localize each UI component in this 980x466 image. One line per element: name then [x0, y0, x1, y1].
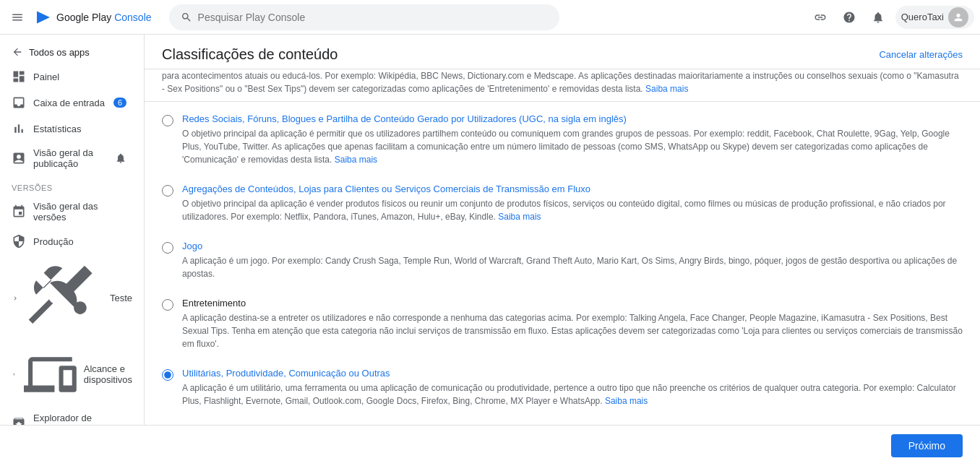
- back-to-all-apps[interactable]: Todos os apps: [0, 40, 144, 64]
- inbox-badge: 6: [113, 98, 126, 108]
- test-icon: [26, 260, 103, 337]
- topbar-title: Google Play Console: [56, 12, 152, 23]
- radio-item-jogo: Jogo A aplicação é um jogo. Por exemplo:…: [162, 241, 963, 280]
- app-logo: Google Play Console: [35, 9, 152, 26]
- radio-label-jogo: Jogo: [182, 241, 963, 251]
- expand-icon-teste: [12, 293, 19, 304]
- versions-icon: [12, 204, 26, 219]
- agregacoes-saiba-mais-link[interactable]: Saiba mais: [498, 212, 541, 222]
- publication-icon: [12, 151, 26, 165]
- sidebar-alcance-label: Alcance e dispositivos: [84, 363, 132, 385]
- radio-item-utilitarias: Utilitárias, Produtividade, Comunicação …: [162, 368, 963, 407]
- avatar: [948, 7, 968, 27]
- sidebar-item-painel[interactable]: Painel: [0, 64, 138, 90]
- next-button[interactable]: Próximo: [891, 434, 963, 457]
- sidebar-puboverview-label: Visão geral da publicação: [33, 147, 108, 169]
- radio-label-redes: Redes Sociais, Fóruns, Blogues e Partilh…: [182, 113, 963, 124]
- sidebar-producao-label: Produção: [33, 236, 74, 247]
- radio-wrap-redes[interactable]: [162, 113, 173, 166]
- sidebar-versoes-label: Visão geral das versões: [33, 201, 126, 223]
- radio-label-entretenimento: Entretenimento: [182, 298, 963, 308]
- radio-label-wrap-utilitarias: Utilitárias, Produtividade, Comunicação …: [182, 368, 963, 407]
- dashboard-icon: [12, 69, 26, 84]
- truncated-text: para acontecimentos atuais ou educá-los.…: [162, 71, 959, 94]
- utilitarias-saiba-mais-link[interactable]: Saiba mais: [605, 396, 648, 406]
- topbar-actions: QueroTaxi: [809, 6, 974, 29]
- radio-desc-entretenimento: A aplicação destina-se a entreter os uti…: [182, 311, 963, 350]
- back-label: Todos os apps: [29, 47, 90, 58]
- radio-wrap-jogo[interactable]: [162, 241, 173, 280]
- radio-redes-sociais[interactable]: [162, 115, 173, 126]
- sidebar-item-explorador[interactable]: Explorador de pacotes de apps: [0, 407, 138, 425]
- radio-item-redes-sociais: Redes Sociais, Fóruns, Blogues e Partilh…: [162, 113, 963, 166]
- radio-desc-redes: O objetivo principal da aplicação é perm…: [182, 127, 963, 166]
- user-chip[interactable]: QueroTaxi: [895, 6, 974, 29]
- expand-icon-alcance: [12, 368, 17, 380]
- radio-entretenimento[interactable]: [162, 299, 173, 311]
- sidebar-teste-label: Teste: [110, 293, 132, 303]
- inbox-icon: [12, 95, 26, 110]
- sidebar-explorador-label: Explorador de pacotes de apps: [33, 413, 126, 425]
- sidebar-item-visao-publicacao[interactable]: Visão geral da publicação: [0, 142, 138, 175]
- notifications-icon[interactable]: [867, 6, 890, 29]
- link-icon[interactable]: [809, 6, 832, 29]
- sidebar-item-teste[interactable]: Teste: [0, 254, 144, 342]
- radio-item-agregacoes: Agregações de Conteúdos, Lojas para Clie…: [162, 184, 963, 223]
- sidebar-stats-label: Estatísticas: [33, 124, 81, 134]
- sidebar-item-alcance[interactable]: Alcance e dispositivos: [0, 342, 144, 407]
- bar-chart-icon: [12, 121, 26, 136]
- radio-wrap-utilitarias[interactable]: [162, 368, 173, 407]
- sidebar-item-producao[interactable]: Produção: [0, 228, 138, 254]
- radio-desc-agregacoes: O objetivo principal da aplicação é vend…: [182, 197, 963, 223]
- category-radio-list: Redes Sociais, Fóruns, Blogues e Partilh…: [145, 102, 980, 425]
- bell-off-icon: [115, 152, 126, 164]
- page-title: Classificações de conteúdo: [162, 46, 338, 63]
- radio-label-wrap-agregacoes: Agregações de Conteúdos, Lojas para Clie…: [182, 184, 963, 223]
- sidebar-item-caixa-entrada[interactable]: Caixa de entrada 6: [0, 90, 138, 116]
- radio-agregacoes[interactable]: [162, 185, 173, 197]
- radio-label-agregacoes: Agregações de Conteúdos, Lojas para Clie…: [182, 184, 963, 194]
- devices-icon: [24, 348, 77, 401]
- back-arrow-icon: [12, 46, 23, 58]
- footer: Próximo: [0, 425, 980, 466]
- package-icon: [12, 416, 26, 425]
- radio-jogo[interactable]: [162, 242, 173, 254]
- cancel-button[interactable]: Cancelar alterações: [879, 49, 963, 60]
- radio-item-entretenimento: Entretenimento A aplicação destina-se a …: [162, 298, 963, 350]
- radio-utilitarias[interactable]: [162, 369, 173, 381]
- user-name: QueroTaxi: [901, 12, 944, 22]
- redes-saiba-mais-link[interactable]: Saiba mais: [335, 155, 377, 165]
- truncated-intro: para acontecimentos atuais ou educá-los.…: [145, 69, 980, 102]
- radio-label-utilitarias: Utilitárias, Produtividade, Comunicação …: [182, 368, 963, 379]
- radio-wrap-agregacoes[interactable]: [162, 184, 173, 223]
- help-icon[interactable]: [838, 6, 861, 29]
- versoes-section-title: Versões: [0, 175, 144, 195]
- main-layout: Todos os apps Painel Caixa de entrada 6 …: [0, 35, 980, 425]
- radio-label-wrap-redes: Redes Sociais, Fóruns, Blogues e Partilh…: [182, 113, 963, 166]
- radio-label-wrap-jogo: Jogo A aplicação é um jogo. Por exemplo:…: [182, 241, 963, 280]
- sidebar: Todos os apps Painel Caixa de entrada 6 …: [0, 35, 145, 425]
- content-header: Classificações de conteúdo Cancelar alte…: [145, 35, 980, 69]
- radio-desc-jogo: A aplicação é um jogo. Por exemplo: Cand…: [182, 254, 963, 280]
- production-icon: [12, 234, 26, 249]
- radio-wrap-entretenimento[interactable]: [162, 298, 173, 350]
- sidebar-painel-label: Painel: [33, 72, 59, 82]
- menu-icon[interactable]: [6, 6, 29, 29]
- content-area: Classificações de conteúdo Cancelar alte…: [145, 35, 980, 425]
- search-input[interactable]: [198, 12, 548, 23]
- truncated-saiba-mais-link[interactable]: Saiba mais: [645, 84, 688, 94]
- search-bar[interactable]: [169, 4, 559, 30]
- topbar: Google Play Console QueroTaxi: [0, 0, 980, 35]
- radio-label-wrap-entretenimento: Entretenimento A aplicação destina-se a …: [182, 298, 963, 350]
- search-icon: [181, 12, 192, 23]
- sidebar-inbox-label: Caixa de entrada: [33, 98, 105, 108]
- sidebar-item-estatisticas[interactable]: Estatísticas: [0, 116, 138, 142]
- radio-desc-utilitarias: A aplicação é um utilitário, uma ferrame…: [182, 381, 963, 407]
- sidebar-item-visao-versoes[interactable]: Visão geral das versões: [0, 195, 138, 228]
